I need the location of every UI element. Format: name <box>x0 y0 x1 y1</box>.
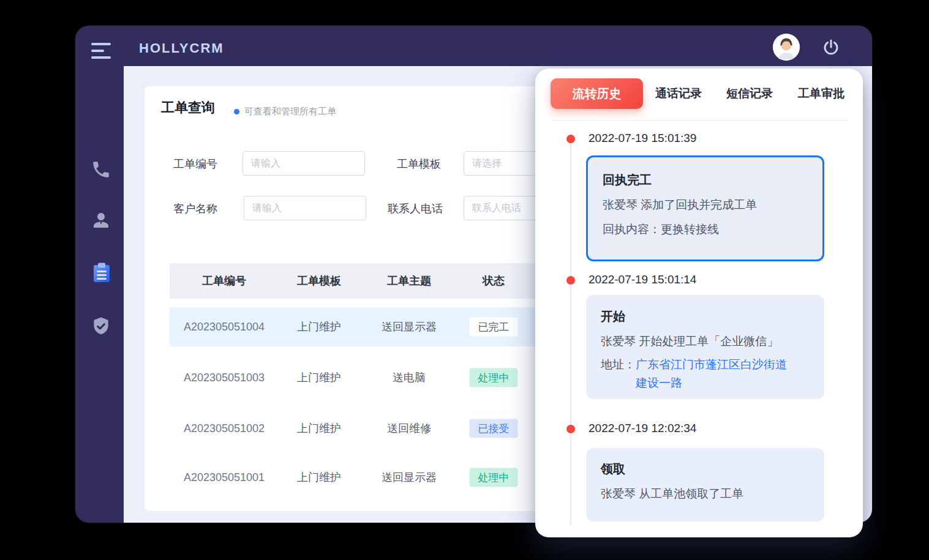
order-no-input[interactable] <box>243 151 365 176</box>
timeline-card-text: 张爱琴 添加了回执并完成工单 <box>603 196 808 213</box>
timeline-timestamp: 2022-07-19 15:01:39 <box>589 132 696 145</box>
customer-label: 客户名称 <box>173 201 217 216</box>
avatar[interactable] <box>773 34 800 61</box>
power-icon[interactable] <box>821 37 841 57</box>
timeline-card-text: 回执内容：更换转接线 <box>603 221 808 237</box>
status-badge: 已完工 <box>470 318 518 337</box>
tab-divider <box>551 120 848 121</box>
tab-call-records[interactable]: 通话记录 <box>655 78 702 109</box>
status-badge: 处理中 <box>470 468 518 487</box>
tab-circulation-history[interactable]: 流转历史 <box>551 78 643 109</box>
timeline-card-text: 张爱琴 开始处理工单「企业微信」 <box>601 333 810 349</box>
app-logo: HOLLYCRM <box>139 40 224 56</box>
timeline-card-title: 领取 <box>601 461 810 477</box>
tab-sms-records[interactable]: 短信记录 <box>726 78 773 109</box>
timeline-timestamp: 2022-07-19 15:01:14 <box>589 273 696 286</box>
page-title: 工单查询 <box>161 99 215 117</box>
timeline-card-claim[interactable]: 领取 张爱琴 从工单池领取了工单 <box>586 448 824 521</box>
timeline-card-start[interactable]: 开始 张爱琴 开始处理工单「企业微信」 地址： 广东省江门市蓬江区白沙街道建设一… <box>586 295 824 399</box>
page-subtitle: 可查看和管理所有工单 <box>244 106 336 118</box>
timeline-dot-icon <box>566 425 575 433</box>
contacts-icon[interactable] <box>90 209 112 234</box>
address-link[interactable]: 广东省江门市蓬江区白沙街道建设一路 <box>636 356 790 392</box>
customer-input[interactable] <box>244 196 366 220</box>
col-header-subject: 工单主题 <box>387 274 431 288</box>
template-label: 工单模板 <box>397 157 441 171</box>
col-header-template: 工单模板 <box>297 274 341 288</box>
timeline-card-receipt-done[interactable]: 回执完工 张爱琴 添加了回执并完成工单 回执内容：更换转接线 <box>586 155 824 261</box>
timeline-line <box>570 139 571 525</box>
avatar-image <box>773 34 800 61</box>
address-label: 地址： <box>601 356 636 392</box>
order-no-label: 工单编号 <box>173 157 217 171</box>
status-badge: 处理中 <box>470 368 518 387</box>
subtitle-dot-icon <box>234 109 239 114</box>
timeline-card-title: 回执完工 <box>603 172 808 189</box>
orders-icon[interactable] <box>91 262 112 286</box>
status-badge: 已接受 <box>470 419 518 438</box>
timeline-card-text: 张爱琴 从工单池领取了工单 <box>601 485 810 502</box>
timeline-dot-icon <box>566 135 575 143</box>
menu-icon[interactable] <box>91 42 112 60</box>
timeline-dot-icon <box>566 276 575 285</box>
col-header-order-no: 工单编号 <box>202 274 246 288</box>
order-detail-panel: 流转历史 通话记录 短信记录 工单审批 2022-07-19 15:01:39 … <box>535 69 863 537</box>
col-header-status: 状态 <box>483 274 505 288</box>
phone-icon[interactable] <box>91 159 111 182</box>
tab-order-approval[interactable]: 工单审批 <box>798 78 844 109</box>
timeline-card-title: 开始 <box>601 308 810 325</box>
timeline-timestamp: 2022-07-19 12:02:34 <box>589 422 696 435</box>
security-icon[interactable] <box>91 316 111 339</box>
screenshot-stage: HOLLYCRM <box>0 0 929 560</box>
phone-label: 联系人电话 <box>388 201 443 216</box>
